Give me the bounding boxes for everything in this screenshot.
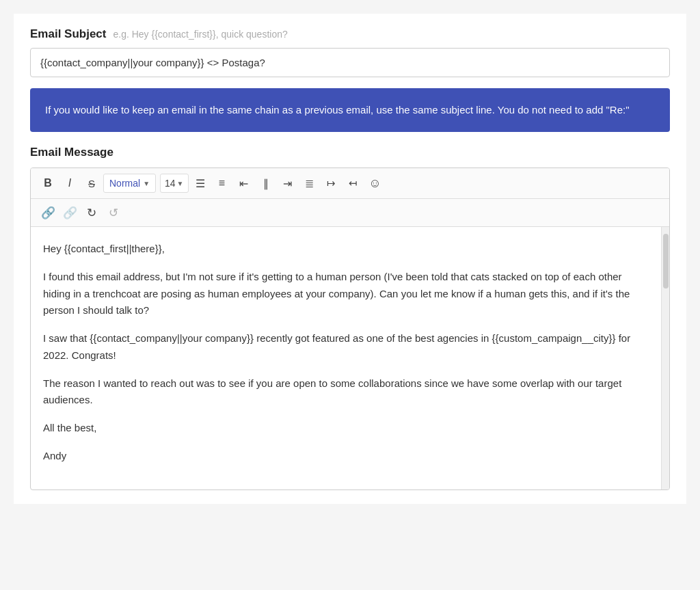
email-line-6: Andy (43, 448, 649, 465)
emoji-button[interactable]: ☺ (365, 174, 386, 193)
indent-icon: ↦ (327, 177, 336, 189)
bold-button[interactable]: B (38, 174, 58, 193)
font-style-dropdown[interactable]: Normal ▼ (103, 174, 156, 193)
indent-button[interactable]: ↦ (321, 174, 342, 193)
redo-icon: ↺ (109, 206, 118, 220)
numbered-list-icon: ≡ (219, 177, 225, 189)
align-center-button[interactable]: ∥ (256, 174, 276, 193)
outdent-button[interactable]: ↤ (343, 174, 364, 193)
align-left-icon: ⇤ (239, 177, 248, 190)
link-icon: 🔗 (41, 206, 55, 220)
font-size-value: 14 (165, 178, 176, 189)
undo-icon: ↻ (87, 206, 96, 220)
email-subject-hint: e.g. Hey {{contact_first}}, quick questi… (113, 29, 287, 40)
email-line-3: I saw that {{contact_company||your compa… (43, 330, 649, 364)
unlink-icon: 🔗 (63, 206, 77, 220)
editor-body: Hey {{contact_first||there}}, I found th… (31, 227, 669, 490)
email-line-5: All the best, (43, 420, 649, 437)
bullet-list-button[interactable]: ☰ (190, 174, 211, 193)
info-banner-text: If you would like to keep an email in th… (45, 104, 630, 116)
font-style-value: Normal (109, 178, 140, 189)
align-justify-icon: ≣ (305, 177, 314, 190)
outdent-icon: ↤ (349, 177, 358, 189)
email-line-4: The reason I wanted to reach out was to … (43, 375, 649, 410)
strikethrough-button[interactable]: S (81, 174, 102, 193)
email-subject-header: Email Subject e.g. Hey {{contact_first}}… (30, 27, 670, 41)
font-size-arrow-icon: ▼ (177, 180, 184, 187)
email-subject-label: Email Subject (30, 27, 106, 41)
email-line-2: I found this email address, but I'm not … (43, 269, 649, 319)
editor-scrollbar[interactable] (661, 227, 669, 490)
italic-button[interactable]: I (59, 174, 80, 193)
font-style-arrow-icon: ▼ (143, 180, 150, 187)
align-right-icon: ⇥ (283, 177, 292, 190)
toolbar-row-2: 🔗 🔗 ↻ ↺ (31, 199, 669, 227)
redo-button[interactable]: ↺ (103, 203, 124, 222)
email-subject-section: Email Subject e.g. Hey {{contact_first}}… (30, 27, 670, 77)
toolbar-row-1: B I S Normal ▼ 14 ▼ ☰ ≡ (31, 168, 669, 199)
page-container: Email Subject e.g. Hey {{contact_first}}… (14, 14, 686, 504)
email-message-label: Email Message (30, 146, 670, 159)
align-right-button[interactable]: ⇥ (278, 174, 298, 193)
bullet-list-icon: ☰ (196, 177, 205, 190)
align-justify-button[interactable]: ≣ (299, 174, 320, 193)
scrollbar-thumb (663, 234, 669, 289)
numbered-list-button[interactable]: ≡ (212, 174, 232, 193)
undo-button[interactable]: ↻ (81, 203, 102, 222)
align-center-icon: ∥ (263, 177, 269, 190)
email-line-1: Hey {{contact_first||there}}, (43, 241, 649, 258)
editor-content-area[interactable]: Hey {{contact_first||there}}, I found th… (31, 227, 661, 490)
email-subject-input[interactable] (30, 48, 670, 77)
link-button[interactable]: 🔗 (38, 203, 58, 222)
align-left-button[interactable]: ⇤ (234, 174, 254, 193)
info-banner: If you would like to keep an email in th… (30, 88, 670, 132)
emoji-icon: ☺ (368, 176, 381, 191)
editor-container: B I S Normal ▼ 14 ▼ ☰ ≡ (30, 167, 670, 490)
unlink-button[interactable]: 🔗 (59, 203, 80, 222)
font-size-dropdown[interactable]: 14 ▼ (160, 174, 188, 193)
email-message-section: Email Message B I S Normal ▼ 14 ▼ ☰ (30, 146, 670, 490)
